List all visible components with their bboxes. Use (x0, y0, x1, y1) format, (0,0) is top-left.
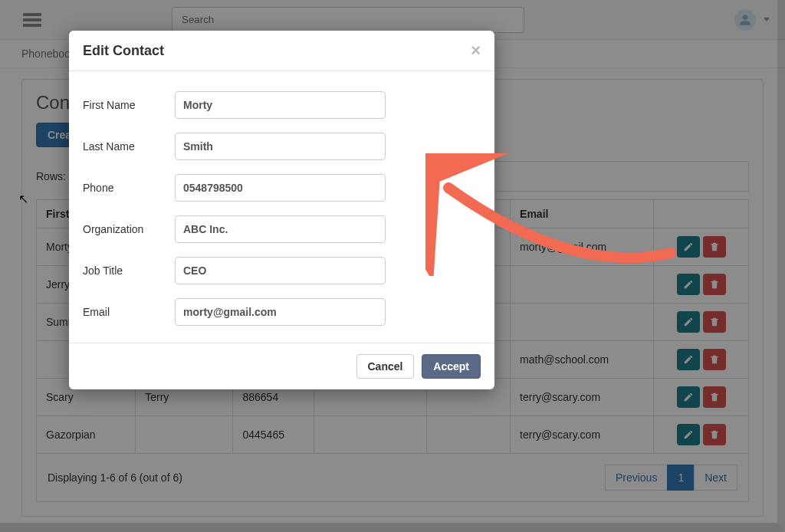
label-last-name: Last Name (83, 140, 175, 153)
cancel-button[interactable]: Cancel (356, 354, 415, 379)
last-name-field[interactable] (175, 133, 386, 160)
label-first-name: First Name (83, 99, 175, 111)
annotation-arrow (425, 153, 686, 276)
label-job-title: Job Title (83, 264, 175, 277)
modal-title: Edit Contact (83, 43, 164, 59)
close-icon[interactable]: × (471, 42, 481, 59)
email-field[interactable] (175, 298, 386, 326)
accept-button[interactable]: Accept (422, 354, 481, 379)
job-title-field[interactable] (175, 257, 386, 284)
label-organization: Organization (83, 223, 175, 235)
label-email: Email (83, 306, 175, 318)
organization-field[interactable] (175, 215, 386, 243)
cursor-icon: ↖ (18, 192, 28, 206)
label-phone: Phone (83, 182, 175, 194)
first-name-field[interactable] (175, 91, 386, 119)
phone-field[interactable] (175, 174, 386, 202)
